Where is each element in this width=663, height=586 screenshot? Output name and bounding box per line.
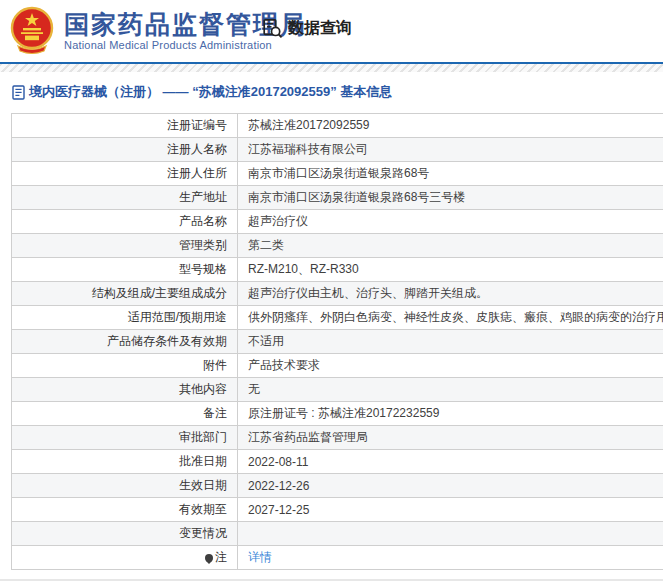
note-balloon-icon (205, 554, 213, 562)
row-label: 其他内容 (12, 378, 238, 402)
row-label: 结构及组成/主要组成成分 (12, 282, 238, 306)
row-label: 审批部门 (12, 426, 238, 450)
row-value (238, 522, 663, 546)
table-row: 生效日期2022-12-26 (12, 474, 663, 498)
table-row-note: 注 详情 (12, 546, 663, 570)
page-header: 国家药品监督管理局 National Medical Products Admi… (0, 0, 663, 62)
breadcrumb: 境内医疗器械（注册） —— “苏械注准20172092559” 基本信息 (12, 83, 663, 101)
table-row: 变更情况 (12, 522, 663, 546)
table-row: 适用范围/预期用途供外阴瘙痒、外阴白色病变、神经性皮炎、皮肤痣、瘢痕、鸡眼的病变… (12, 306, 663, 330)
row-label: 适用范围/预期用途 (12, 306, 238, 330)
row-value: 2022-12-26 (238, 474, 663, 498)
row-value: 南京市浦口区汤泉街道银泉路68号三号楼 (238, 186, 663, 210)
table-row: 有效期至2027-12-25 (12, 498, 663, 522)
row-label: 变更情况 (12, 522, 238, 546)
hatched-band (0, 64, 663, 72)
row-value: 供外阴瘙痒、外阴白色病变、神经性皮炎、皮肤痣、瘢痕、鸡眼的病变的治疗用。 (238, 306, 663, 330)
row-label: 备注 (12, 402, 238, 426)
table-row: 管理类别第二类 (12, 234, 663, 258)
table-row: 生产地址南京市浦口区汤泉街道银泉路68号三号楼 (12, 186, 663, 210)
row-label: 注册人名称 (12, 138, 238, 162)
table-row: 批准日期2022-08-11 (12, 450, 663, 474)
table-row: 附件产品技术要求 (12, 354, 663, 378)
row-value: 苏械注准20172092559 (238, 114, 663, 138)
row-value: 超声治疗仪 (238, 210, 663, 234)
row-value: 详情 (238, 546, 663, 570)
row-value: 不适用 (238, 330, 663, 354)
row-value: 无 (238, 378, 663, 402)
row-label: 生产地址 (12, 186, 238, 210)
row-label: 型号规格 (12, 258, 238, 282)
row-label: 有效期至 (12, 498, 238, 522)
row-value: 原注册证号 : 苏械注准20172232559 (238, 402, 663, 426)
row-label: 注册人住所 (12, 162, 238, 186)
footer-divider (0, 579, 663, 581)
nav-data-query[interactable]: 数据查询 (262, 18, 352, 39)
row-value: 江苏福瑞科技有限公司 (238, 138, 663, 162)
note-label-text: 注 (215, 549, 227, 566)
table-row: 注册人住所南京市浦口区汤泉街道银泉路68号 (12, 162, 663, 186)
row-label: 附件 (12, 354, 238, 378)
table-row: 备注原注册证号 : 苏械注准20172232559 (12, 402, 663, 426)
row-value: RZ-M210、RZ-R330 (238, 258, 663, 282)
registration-info-table: 注册证编号苏械注准20172092559 注册人名称江苏福瑞科技有限公司 注册人… (11, 113, 663, 570)
table-row: 产品名称超声治疗仪 (12, 210, 663, 234)
row-label: 产品名称 (12, 210, 238, 234)
nav-data-query-label: 数据查询 (288, 18, 352, 39)
breadcrumb-text: 境内医疗器械（注册） —— “苏械注准20172092559” 基本信息 (29, 83, 392, 101)
row-value: 2022-08-11 (238, 450, 663, 474)
row-value: 超声治疗仪由主机、治疗头、脚踏开关组成。 (238, 282, 663, 306)
row-value: 南京市浦口区汤泉街道银泉路68号 (238, 162, 663, 186)
row-label: 生效日期 (12, 474, 238, 498)
table-row: 注册证编号苏械注准20172092559 (12, 114, 663, 138)
table-row: 结构及组成/主要组成成分超声治疗仪由主机、治疗头、脚踏开关组成。 (12, 282, 663, 306)
row-value: 2027-12-25 (238, 498, 663, 522)
row-value: 产品技术要求 (238, 354, 663, 378)
row-value: 第二类 (238, 234, 663, 258)
row-label: 批准日期 (12, 450, 238, 474)
table-row: 其他内容无 (12, 378, 663, 402)
row-label: 注 (12, 546, 238, 570)
site-subtitle: National Medical Products Administration (64, 38, 307, 52)
row-value: 江苏省药品监督管理局 (238, 426, 663, 450)
document-search-icon (262, 18, 283, 39)
row-label: 注册证编号 (12, 114, 238, 138)
document-icon (12, 85, 25, 100)
row-label: 管理类别 (12, 234, 238, 258)
table-row: 注册人名称江苏福瑞科技有限公司 (12, 138, 663, 162)
table-row: 产品储存条件及有效期不适用 (12, 330, 663, 354)
table-row: 审批部门江苏省药品监督管理局 (12, 426, 663, 450)
national-emblem-logo (8, 6, 56, 56)
details-link[interactable]: 详情 (248, 550, 272, 564)
table-row: 型号规格RZ-M210、RZ-R330 (12, 258, 663, 282)
row-label: 产品储存条件及有效期 (12, 330, 238, 354)
